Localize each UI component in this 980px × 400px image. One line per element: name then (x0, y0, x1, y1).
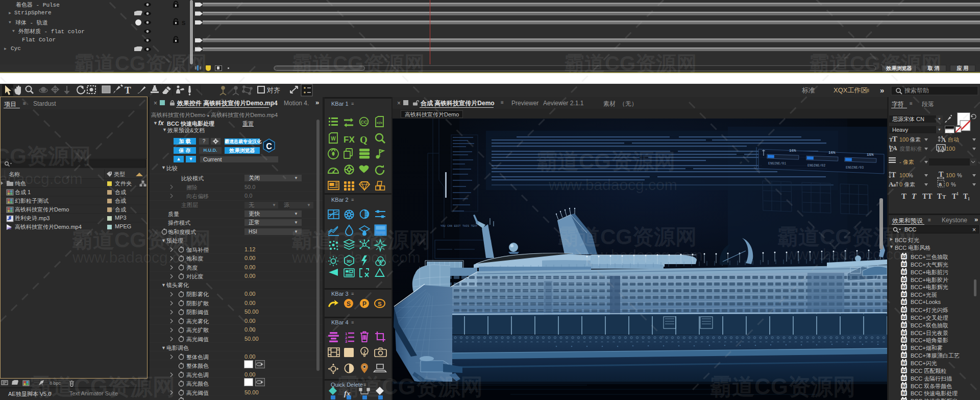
svg-text:像素: 像素 (910, 136, 921, 143)
svg-text:100: 100 (899, 136, 909, 143)
svg-text:T: T (892, 135, 897, 143)
svg-text:3: 3 (345, 339, 348, 344)
svg-text:ENGINE/02: ENGINE/02 (807, 164, 825, 168)
svg-text:T: T (891, 171, 896, 179)
svg-text:≡: ≡ (866, 87, 869, 94)
svg-text:- 像素: - 像素 (899, 159, 914, 165)
svg-text:S: S (182, 20, 185, 26)
svg-text:P: P (362, 300, 366, 308)
svg-text:0: 0 (946, 181, 949, 187)
svg-text:标准: 标准 (802, 86, 815, 94)
svg-text:%: % (951, 181, 956, 187)
svg-text:%: % (908, 172, 913, 178)
svg-text:%: % (957, 172, 962, 178)
svg-text:</>: </> (377, 121, 383, 125)
svg-text:16%: 16% (828, 151, 836, 155)
svg-text:1: 1 (957, 192, 959, 196)
svg-text:S: S (378, 301, 381, 307)
svg-text:16%: 16% (789, 149, 796, 153)
svg-text:8 bpc: 8 bpc (50, 381, 61, 386)
svg-text:CC: CC (361, 120, 368, 125)
svg-text:100: 100 (946, 146, 955, 152)
svg-text:T: T (922, 193, 927, 200)
svg-text:XQX工作区: XQX工作区 (834, 86, 867, 94)
svg-text:T: T (912, 192, 917, 200)
svg-text:FX: FX (344, 135, 355, 145)
svg-text:100: 100 (899, 172, 909, 178)
svg-text:T: T (937, 193, 942, 200)
svg-text:100: 100 (946, 172, 955, 178)
svg-text:像素: 像素 (904, 181, 915, 187)
svg-text:T: T (901, 192, 906, 200)
svg-text:A: A (941, 145, 945, 151)
svg-text:3D: 3D (347, 259, 352, 264)
svg-text:ENGINE/03: ENGINE/03 (846, 166, 864, 170)
svg-text:»: » (880, 86, 884, 95)
svg-text:T: T (942, 194, 946, 200)
svg-text:度量标准: 度量标准 (899, 146, 922, 152)
svg-text:1: 1 (968, 197, 970, 201)
svg-text:a: a (893, 182, 896, 187)
svg-text:YOU CAN EDIT THIS TEXT: YOU CAN EDIT THIS TEXT (440, 224, 478, 228)
svg-text:0: 0 (899, 181, 902, 187)
svg-text:S: S (347, 300, 351, 308)
svg-text:Q: Q (360, 134, 368, 145)
svg-text:T: T (927, 193, 933, 200)
svg-text:15%: 15% (867, 153, 874, 157)
svg-text:W: W (331, 136, 336, 142)
svg-text:对齐: 对齐 (266, 86, 280, 94)
svg-text:自动: 自动 (948, 136, 959, 143)
svg-text:ENGINE/01: ENGINE/01 (768, 162, 786, 166)
svg-text:T: T (125, 85, 131, 96)
svg-text:a: a (939, 181, 942, 187)
svg-text:A: A (941, 135, 944, 140)
svg-text:搜索帮助: 搜索帮助 (904, 87, 929, 94)
